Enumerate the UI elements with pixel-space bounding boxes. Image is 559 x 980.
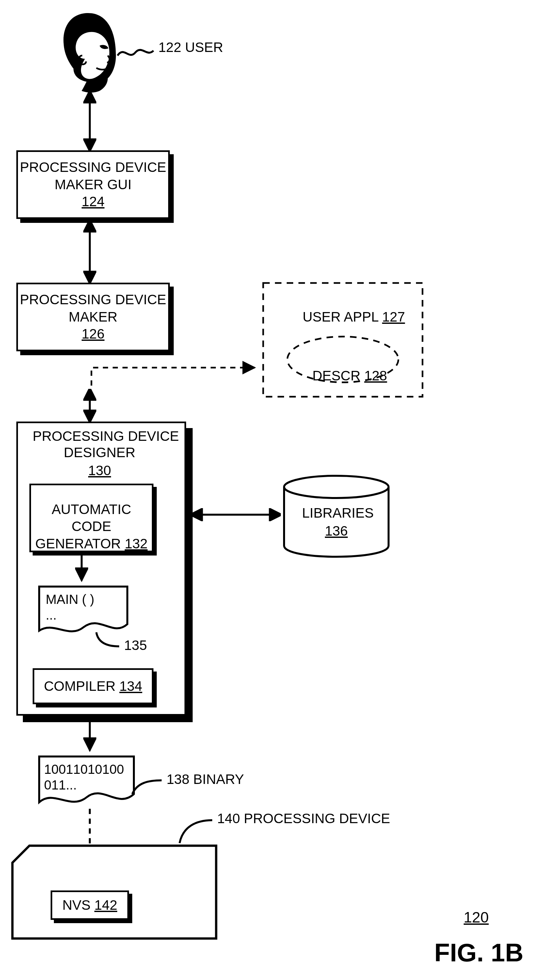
box-nvs: NVS 142 <box>51 890 129 920</box>
arrow-maker-userappl <box>90 353 260 392</box>
label-userappl: USER APPL 127 <box>287 292 405 342</box>
fig-title: FIG. 1B <box>434 938 523 968</box>
device-label: 140 PROCESSING DEVICE <box>217 811 390 827</box>
label-user: 122 USER <box>158 39 223 56</box>
box-maker: PROCESSING DEVICE MAKER 126 <box>17 283 170 351</box>
arrow-user-gui <box>83 91 96 150</box>
box-acg: AUTOMATIC CODE GENERATOR 132 <box>30 484 154 552</box>
designer-num: 130 <box>88 463 111 479</box>
compiler-num: 134 <box>119 678 142 694</box>
leader-main <box>95 631 121 648</box>
box-gui: PROCESSING DEVICE MAKER GUI 124 <box>17 150 170 219</box>
label-descr: DESCR 128 <box>297 351 387 401</box>
maker-num: 126 <box>82 325 104 343</box>
diagram-canvas: 122 USER PROCESSING DEVICE MAKER GUI 124… <box>0 0 559 980</box>
arrow-designer-lib <box>191 508 281 521</box>
main-text: MAIN ( ) ... <box>46 592 94 623</box>
user-icon <box>56 10 121 95</box>
arrow-designer-binary <box>83 721 96 755</box>
gui-num: 124 <box>82 193 104 211</box>
binary-label: 138 BINARY <box>167 771 244 788</box>
box-compiler: COMPILER 134 <box>33 668 154 704</box>
acg-num: 132 <box>125 536 147 551</box>
designer-title: PROCESSING DEVICE DESIGNER <box>33 428 167 461</box>
nvs-label: NVS <box>62 897 94 913</box>
maker-title: PROCESSING DEVICE MAKER <box>18 291 168 325</box>
nvs-num: 142 <box>94 897 117 913</box>
acg-title: AUTOMATIC CODE GENERATOR <box>35 502 131 551</box>
fig-num: 120 <box>464 909 489 926</box>
libraries-num: 136 <box>325 523 348 539</box>
leader-device <box>178 817 214 846</box>
compiler-label: COMPILER <box>44 678 119 694</box>
arrow-acg-main <box>75 554 88 585</box>
libraries-label: LIBRARIES <box>302 505 370 521</box>
arrow-maker-designer <box>83 389 96 421</box>
main-num: 135 <box>124 637 147 653</box>
gui-title: PROCESSING DEVICE MAKER GUI <box>18 159 168 193</box>
arrow-gui-maker <box>83 221 96 283</box>
svg-point-7 <box>284 476 389 498</box>
leader-binary <box>131 778 163 798</box>
leader-user <box>116 43 155 62</box>
binary-text: 10011010100 011... <box>44 761 124 793</box>
